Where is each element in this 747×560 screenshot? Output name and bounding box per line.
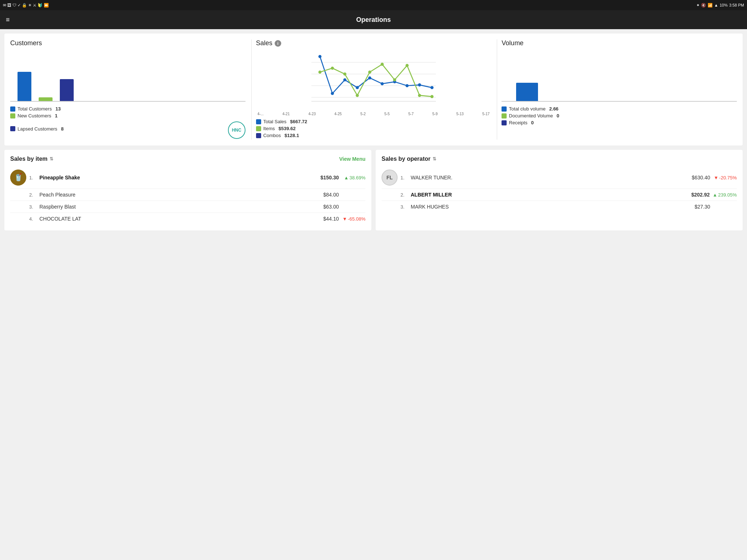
total-customers-legend: Total Customers 13 xyxy=(10,106,245,112)
total-club-volume-legend: Total club volume 2.66 xyxy=(502,106,737,112)
signal-icon: ▲ xyxy=(714,3,718,7)
list-item: 2. ALBERT MILLER $202.92 ▲239.05% xyxy=(382,189,737,201)
menu-button[interactable]: ≡ xyxy=(6,16,10,24)
sales-by-item-title: Sales by item ⇅ View Menu xyxy=(10,156,365,162)
new-customers-color xyxy=(10,113,15,118)
receipts-color xyxy=(502,120,507,125)
sales-legend: Total Sales $667.72 Items $539.62 Combos… xyxy=(256,119,491,138)
volume-legend: Total club volume 2.66 Documented Volume… xyxy=(502,106,737,125)
list-item: 4. CHOCOLATE LAT $44.10 ▼-65.08% xyxy=(10,213,365,225)
hamburger-icon: ≡ xyxy=(6,16,10,23)
header: ≡ Operations xyxy=(0,10,747,29)
volume-bar-chart xyxy=(502,58,737,102)
svg-point-19 xyxy=(380,63,384,66)
svg-point-5 xyxy=(331,92,334,95)
up-arrow-icon: ▲ xyxy=(713,192,717,198)
total-sales-color xyxy=(256,119,261,124)
list-item: 3. Raspberry Blast $63.00 xyxy=(10,201,365,213)
total-customers-color xyxy=(10,106,15,112)
lapsed-customers-bar xyxy=(60,79,74,101)
gmail-icon: ✉ xyxy=(3,3,6,8)
receipts-legend: Receipts 0 xyxy=(502,120,737,125)
sales-x-axis: 4-... 4-21 4-23 4-25 5-2 5-5 5-7 5-9 5-1… xyxy=(256,112,491,116)
up-arrow-icon: ▲ xyxy=(344,175,349,180)
shield-icon: 🛡 xyxy=(12,3,16,7)
total-club-volume-bar xyxy=(516,83,538,101)
svg-point-11 xyxy=(405,84,409,88)
total-customers-bar xyxy=(18,72,31,101)
svg-point-6 xyxy=(343,78,347,82)
svg-point-14 xyxy=(318,70,322,74)
svg-point-17 xyxy=(356,94,359,97)
sales-by-item-card: Sales by item ⇅ View Menu 🥤 1. Pineapple… xyxy=(4,150,371,230)
list-item: 3. MARK HUGHES $27.30 xyxy=(382,201,737,213)
forward-icon: ⏩ xyxy=(44,3,49,8)
lapsed-customers-color xyxy=(10,126,15,131)
total-club-color xyxy=(502,106,507,112)
items-color xyxy=(256,126,261,131)
sales-title: Sales i xyxy=(256,39,491,47)
combos-color xyxy=(256,133,261,138)
page-title: Operations xyxy=(356,16,391,24)
sort-icon[interactable]: ⇅ xyxy=(50,156,53,162)
svg-point-16 xyxy=(343,73,347,76)
lapsed-customers-row: Lapsed Customers 8 HNC xyxy=(10,120,245,139)
svg-point-20 xyxy=(393,78,396,82)
combos-legend: Combos $128.1 xyxy=(256,133,491,138)
down-arrow-icon: ▼ xyxy=(714,175,719,180)
svg-point-9 xyxy=(380,82,384,85)
mute-icon: 🔇 xyxy=(701,3,706,8)
security-icon: 🔒 xyxy=(22,3,27,8)
view-menu-link[interactable]: View Menu xyxy=(339,156,365,162)
status-bar: ✉ 🖼 🛡 ✓ 🔒 ☀ ⚔ 🔰 ⏩ ✦ 🔇 📶 ▲ 10% 3:58 PM xyxy=(0,0,747,10)
svg-point-8 xyxy=(368,76,371,79)
sun-icon: ☀ xyxy=(28,3,32,8)
sales-card: Sales i xyxy=(256,39,498,140)
documented-color xyxy=(502,113,507,118)
svg-point-7 xyxy=(356,86,359,89)
svg-point-18 xyxy=(368,70,371,74)
svg-point-13 xyxy=(430,86,434,89)
list-item: FL 1. WALKER TUNER. $630.40 ▼-20.75% xyxy=(382,167,737,189)
list-item: 2. Peach Pleasure $84.00 xyxy=(10,189,365,201)
svg-point-23 xyxy=(430,95,434,98)
check-icon: ✓ xyxy=(18,3,21,8)
top-cards-row: Customers Total Customers 13 New Custome… xyxy=(4,34,743,145)
sales-by-operator-card: Sales by operator ⇅ FL 1. WALKER TUNER. … xyxy=(376,150,743,230)
customers-legend: Total Customers 13 New Customers 1 Lapse… xyxy=(10,106,245,139)
battery-level: 10% xyxy=(720,3,728,7)
svg-point-15 xyxy=(331,67,334,70)
new-customers-bar xyxy=(39,97,53,101)
operator-sort-icon[interactable]: ⇅ xyxy=(433,156,436,162)
image-icon: 🖼 xyxy=(7,3,11,7)
sales-by-operator-title: Sales by operator ⇅ xyxy=(382,156,737,162)
hnc-badge[interactable]: HNC xyxy=(228,121,245,139)
volume-title: Volume xyxy=(502,39,737,47)
bottom-cards-row: Sales by item ⇅ View Menu 🥤 1. Pineapple… xyxy=(4,150,743,230)
svg-point-4 xyxy=(318,55,322,58)
customers-card: Customers Total Customers 13 New Custome… xyxy=(10,39,252,140)
customers-bar-chart xyxy=(10,58,245,102)
main-content: Customers Total Customers 13 New Custome… xyxy=(0,29,747,235)
status-icons: ✉ 🖼 🛡 ✓ 🔒 ☀ ⚔ 🔰 ⏩ xyxy=(3,3,49,8)
nav-icon: 🔰 xyxy=(38,3,43,8)
time: 3:58 PM xyxy=(729,3,744,7)
svg-point-12 xyxy=(418,83,421,87)
shield2-icon: ⚔ xyxy=(33,3,36,8)
wifi-icon: 📶 xyxy=(708,3,713,8)
sales-info-icon[interactable]: i xyxy=(275,40,281,47)
sales-line-chart xyxy=(256,51,491,109)
sales-svg-chart xyxy=(256,51,491,109)
bluetooth-icon: ✦ xyxy=(696,3,700,8)
total-sales-legend: Total Sales $667.72 xyxy=(256,119,491,124)
svg-text:🥤: 🥤 xyxy=(14,173,23,182)
svg-point-22 xyxy=(418,94,421,97)
list-item: 🥤 1. Pineapple Shake $150.30 ▲38.69% xyxy=(10,167,365,189)
documented-volume-legend: Documented Volume 0 xyxy=(502,113,737,118)
pineapple-shake-thumb: 🥤 xyxy=(10,170,26,186)
lapsed-customers-legend: Lapsed Customers 8 xyxy=(10,126,228,132)
status-right-icons: ✦ 🔇 📶 ▲ 10% 3:58 PM xyxy=(696,3,744,8)
fl-avatar: FL xyxy=(382,170,398,186)
new-customers-legend: New Customers 1 xyxy=(10,113,245,118)
svg-point-21 xyxy=(405,64,409,67)
